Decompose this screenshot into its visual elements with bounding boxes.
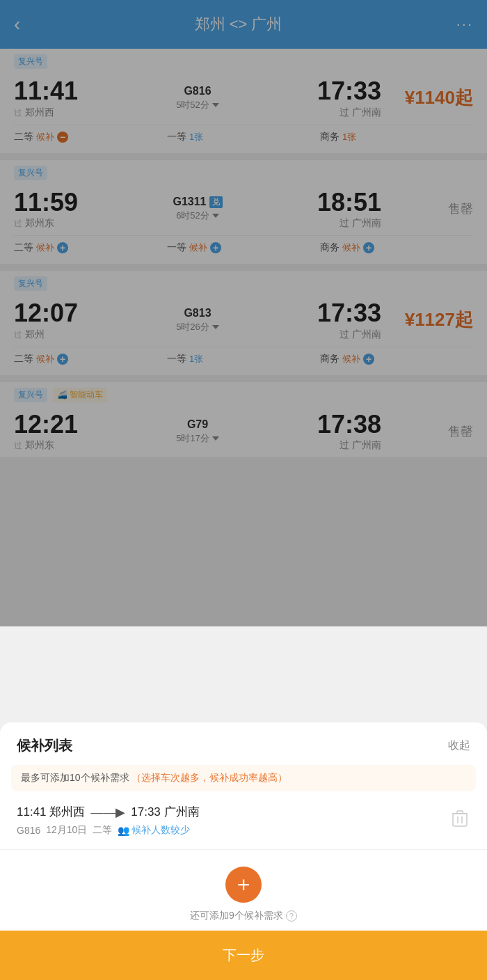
route-arrow-icon: ——▶	[90, 805, 125, 820]
bottom-sheet: 候补列表 收起 最多可添加10个候补需求 （选择车次越多，候补成功率越高） 11…	[0, 722, 487, 980]
meta-date: 12月10日	[46, 824, 87, 837]
people-icon: 👥	[118, 825, 129, 836]
hint-text: 还可添加9个候补需求	[190, 910, 283, 922]
hint-info-icon: ?	[286, 910, 297, 922]
add-button[interactable]: +	[225, 867, 262, 903]
sheet-list-item[interactable]: 11:41 郑州西 ——▶ 17:33 广州南 G816 12月10日 二等 👥…	[0, 791, 487, 850]
item-left: 11:41 郑州西 ——▶ 17:33 广州南 G816 12月10日 二等 👥…	[17, 804, 449, 837]
route-arrive: 17:33 广州南	[131, 804, 199, 820]
add-hint: 还可添加9个候补需求 ?	[0, 910, 487, 922]
route-depart: 11:41 郑州西	[17, 804, 85, 820]
sheet-add-area: + 还可添加9个候补需求 ?	[0, 850, 487, 931]
item-meta: G816 12月10日 二等 👥 候补人数较少	[17, 824, 449, 837]
few-label: 候补人数较少	[131, 824, 190, 837]
sheet-route: 11:41 郑州西 ——▶ 17:33 广州南	[17, 804, 449, 820]
next-button[interactable]: 下一步	[0, 931, 487, 980]
svg-rect-0	[453, 814, 467, 826]
sheet-header: 候补列表 收起	[0, 722, 487, 765]
sheet-title: 候补列表	[17, 736, 72, 755]
sheet-close-button[interactable]: 收起	[448, 738, 470, 753]
meta-few: 👥 候补人数较少	[118, 824, 190, 837]
notice-text: 最多可添加10个候补需求	[21, 772, 129, 783]
overlay	[0, 0, 487, 626]
delete-button[interactable]	[449, 807, 470, 834]
meta-train: G816	[17, 825, 40, 836]
meta-seat: 二等	[93, 824, 112, 837]
sheet-notice: 最多可添加10个候补需求 （选择车次越多，候补成功率越高）	[11, 765, 476, 791]
notice-highlight: （选择车次越多，候补成功率越高）	[131, 772, 287, 783]
